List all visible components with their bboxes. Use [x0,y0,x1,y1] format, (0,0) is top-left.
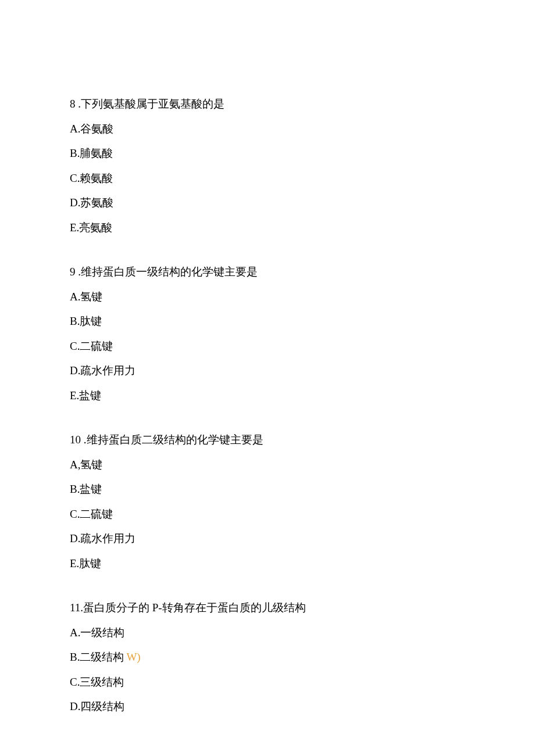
option-label: B [70,651,77,663]
question-block: 10 .维持蛋白质二级结构的化学键主要是 A,氢键 B.盐键 C.二硫键 D.疏… [70,432,465,572]
option-text: 脯氨酸 [80,147,113,159]
option-text: 一级结构 [80,626,124,639]
option-label: A [70,123,78,135]
option-line: E.肽键 [70,556,465,572]
option-line: C.二硫键 [70,338,465,355]
option-text: 氢键 [80,291,102,303]
option-line: D.苏氨酸 [70,195,465,212]
option-line: B.脯氨酸 [70,145,465,162]
question-stem-line: 8 .下列氨基酸属于亚氨基酸的是 [70,96,465,113]
option-line: B.盐键 [70,481,465,498]
option-line: C.赖氨酸 [70,170,465,187]
option-label: A [70,626,78,639]
question-number: 8 [70,98,76,110]
question-number: 11 [70,601,80,614]
question-block: 9 .维持蛋白质一级结构的化学键主要是 A.氢键 B.肽键 C.二硫键 D.疏水… [70,264,465,404]
option-line: A.氢键 [70,289,465,306]
option-text: 盐键 [80,483,102,495]
option-line: C.三级结构 [70,674,465,691]
question-stem: 蛋白质分子的 P-转角存在于蛋白质的儿级结构 [83,601,306,614]
option-label: B [70,147,77,159]
question-stem-line: 10 .维持蛋白质二级结构的化学键主要是 [70,432,465,449]
option-line: D.四级结构 [70,698,465,715]
option-line: A,氢键 [70,457,465,474]
option-line: B.二级结构W) [70,649,465,666]
option-text: 赖氨酸 [80,172,113,184]
option-label: D [70,196,78,209]
option-text: 三级结构 [80,676,124,688]
option-label: E [70,557,77,569]
question-block: 11.蛋白质分子的 P-转角存在于蛋白质的儿级结构 A.一级结构 B.二级结构W… [70,600,465,715]
option-line: D.疏水作用力 [70,531,465,547]
option-annotation: W) [126,651,140,663]
option-label: E [70,389,77,402]
option-text: 二硫键 [80,340,113,352]
question-number: 9 [70,266,76,278]
option-text: 氢键 [80,458,102,471]
question-number: 10 [70,433,81,446]
option-text: 亮氨酸 [79,221,112,234]
option-line: E.亮氨酸 [70,220,465,237]
option-line: C.二硫键 [70,506,465,523]
option-label: A [70,458,78,471]
question-stem: 维持蛋白质二级结构的化学键主要是 [87,433,263,446]
question-stem: 下列氨基酸属于亚氨基酸的是 [81,98,224,110]
question-stem-line: 9 .维持蛋白质一级结构的化学键主要是 [70,264,465,281]
option-label: A [70,291,78,303]
option-label: C [70,508,77,520]
option-text: 谷氨酸 [80,123,113,135]
option-label: D [70,532,78,544]
question-separator: . [76,266,81,278]
option-text: 盐键 [79,389,101,402]
option-text: 疏水作用力 [80,532,135,544]
option-line: E.盐键 [70,388,465,404]
document-page: 8 .下列氨基酸属于亚氨基酸的是 A.谷氨酸 B.脯氨酸 C.赖氨酸 D.苏氨酸… [0,0,535,756]
option-text: 肽键 [79,557,101,569]
option-text: 二级结构 [80,651,124,663]
option-line: A.一级结构 [70,625,465,642]
option-label: C [70,172,77,184]
option-line: D.疏水作用力 [70,363,465,379]
option-label: B [70,315,77,327]
option-text: 苏氨酸 [80,196,113,209]
option-text: 肽键 [80,315,102,327]
question-stem-line: 11.蛋白质分子的 P-转角存在于蛋白质的儿级结构 [70,600,465,617]
question-stem: 维持蛋白质一级结构的化学键主要是 [81,266,258,278]
option-label: C [70,340,77,352]
option-text: 四级结构 [80,700,124,712]
option-label: D [70,700,78,712]
option-label: D [70,364,78,377]
option-text: 疏水作用力 [80,364,135,377]
option-label: C [70,676,77,688]
option-text: 二硫键 [80,508,113,520]
option-line: A.谷氨酸 [70,121,465,138]
question-separator: . [76,98,81,110]
option-label: E [70,221,77,234]
question-block: 8 .下列氨基酸属于亚氨基酸的是 A.谷氨酸 B.脯氨酸 C.赖氨酸 D.苏氨酸… [70,96,465,236]
question-separator: . [81,433,87,446]
option-label: B [70,483,77,495]
option-line: B.肽键 [70,313,465,330]
